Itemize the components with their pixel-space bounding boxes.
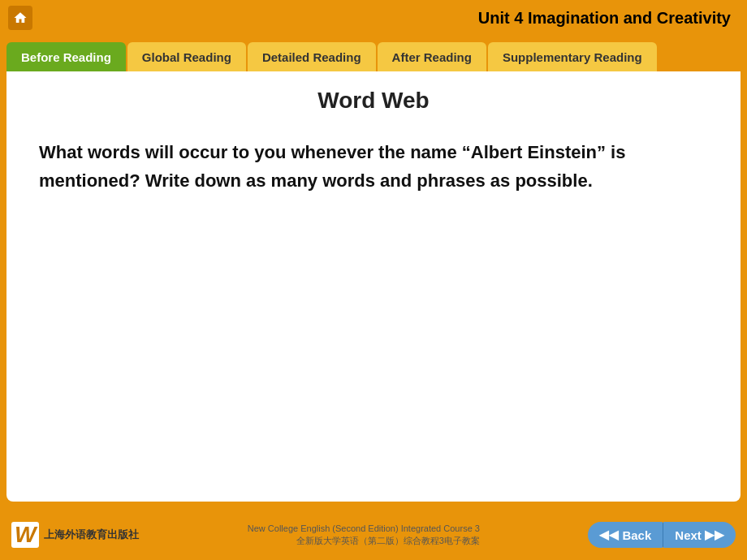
tab-supplementary-reading[interactable]: Supplementary Reading	[488, 42, 657, 71]
next-arrow-icon: ▶▶	[705, 528, 724, 542]
main-content: Word Web What words will occur to you wh…	[6, 71, 741, 502]
subtitle1: New College English (Second Edition) Int…	[248, 523, 480, 533]
tab-after-reading[interactable]: After Reading	[378, 42, 486, 71]
tab-global-reading[interactable]: Global Reading	[127, 42, 246, 71]
next-button[interactable]: Next ▶▶	[663, 522, 736, 548]
bottom-right: New College English (Second Edition) Int…	[248, 523, 480, 547]
back-button[interactable]: ◀◀ Back	[588, 522, 663, 548]
tab-navigation: Before Reading Global Reading Detailed R…	[0, 36, 747, 71]
home-button[interactable]	[8, 6, 32, 30]
back-arrow-icon: ◀◀	[599, 528, 619, 542]
top-bar: Unit 4 Imagination and Creativity	[0, 0, 747, 36]
nav-buttons: ◀◀ Back Next ▶▶	[588, 522, 736, 548]
tab-before-reading[interactable]: Before Reading	[6, 42, 126, 71]
subtitle2: 全新版大学英语（第二版）综合教程3电子教案	[296, 535, 480, 547]
content-text: What words will occur to you whenever th…	[39, 138, 708, 195]
publisher-logo: W 上海外语教育出版社	[11, 522, 139, 548]
page-title: Word Web	[39, 88, 708, 114]
unit-title: Unit 4 Imagination and Creativity	[478, 9, 731, 28]
bottom-bar: W 上海外语教育出版社 New College English (Second …	[0, 510, 747, 560]
logo-w: W	[11, 522, 39, 548]
tab-detailed-reading[interactable]: Detailed Reading	[248, 42, 376, 71]
publisher-name: 上海外语教育出版社	[44, 528, 139, 542]
